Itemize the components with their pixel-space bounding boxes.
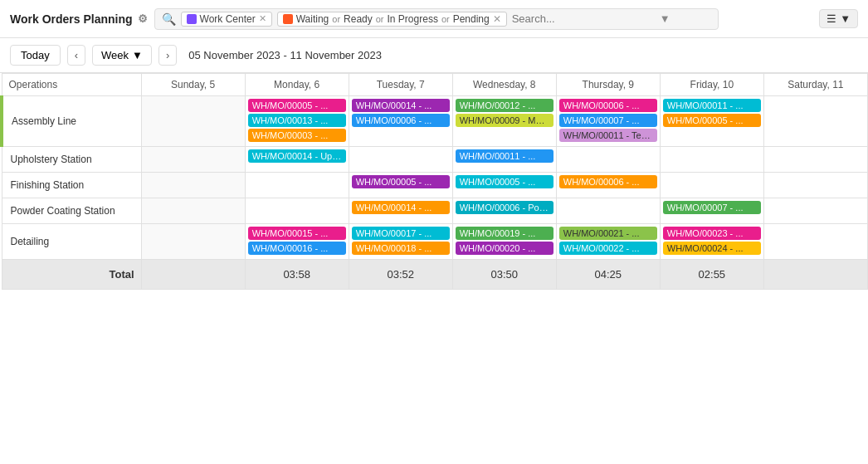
event-chip[interactable]: WH/MO/00022 - ... [559,242,657,255]
work-center-tag-icon [187,14,197,24]
filter-or-1: or [332,14,340,24]
day-cell [141,96,245,147]
event-chip[interactable]: WH/MO/00023 - ... [663,227,761,240]
event-chip[interactable]: WH/MO/00011 - ... [663,99,761,112]
filter-or-3: or [441,14,450,24]
table-row: Upholstery StationWH/MO/00014 - Upholste… [2,147,868,173]
event-chip[interactable]: WH/MO/00020 - ... [456,242,553,255]
col-header-monday: Monday, 6 [245,74,349,96]
row-label: Assembly Line [2,96,141,147]
event-chip[interactable]: WH/MO/00014 - ... [352,99,450,112]
total-cell: 03:50 [452,260,556,290]
event-chip[interactable]: WH/MO/00009 - Manual Assembly [456,114,553,127]
day-cell: WH/MO/00011 - ...WH/MO/00005 - ... [660,96,763,147]
day-cell: WH/MO/00005 - ... [349,173,452,198]
total-label: Total [2,260,141,290]
event-chip[interactable]: WH/MO/00021 - ... [559,227,657,240]
event-chip[interactable]: WH/MO/00015 - ... [248,227,346,240]
day-cell: WH/MO/00006 - ...WH/MO/00007 - ...WH/MO/… [556,96,660,147]
event-chip[interactable]: WH/MO/00006 - ... [559,175,657,188]
day-cell [763,198,867,224]
day-cell: WH/MO/00015 - ...WH/MO/00016 - ... [245,224,349,260]
week-dropdown-icon: ▼ [132,49,143,61]
row-label: Upholstery Station [2,147,141,173]
view-toggle-icon: ☰ [827,12,836,25]
table-row: DetailingWH/MO/00015 - ...WH/MO/00016 - … [2,224,868,260]
event-chip[interactable]: WH/MO/00012 - ... [456,99,553,112]
topbar-right: ☰ ▼ [819,9,858,28]
day-cell: WH/MO/00017 - ...WH/MO/00018 - ... [349,224,452,260]
work-center-tag[interactable]: Work Center ✕ [181,12,272,27]
col-header-saturday: Saturday, 11 [763,74,867,96]
work-center-tag-remove[interactable]: ✕ [259,13,266,24]
event-chip[interactable]: WH/MO/00005 - ... [352,175,450,188]
day-cell [763,147,867,173]
total-cell: 04:25 [556,260,660,290]
event-chip[interactable]: WH/MO/00017 - ... [352,227,450,240]
day-cell: WH/MO/00007 - ... [660,198,763,224]
day-cell [245,173,349,198]
grid-container: Operations Sunday, 5 Monday, 6 Tuesday, … [0,73,868,464]
event-chip[interactable]: WH/MO/00007 - ... [559,114,657,127]
row-label: Detailing [2,224,141,260]
schedule-table: Operations Sunday, 5 Monday, 6 Tuesday, … [0,73,868,290]
week-label: Week [101,49,129,61]
day-cell: WH/MO/00012 - ...WH/MO/00009 - Manual As… [452,96,556,147]
event-chip[interactable]: WH/MO/00011 - Testing [559,129,657,142]
view-toggle-button[interactable]: ☰ ▼ [819,9,858,28]
day-cell: WH/MO/00006 - Powder coat base [452,198,556,224]
day-cell: WH/MO/00005 - ... [452,173,556,198]
event-chip[interactable]: WH/MO/00006 - Powder coat base [456,201,553,214]
day-cell: WH/MO/00014 - ... [349,198,452,224]
day-cell [349,147,452,173]
work-center-tag-label: Work Center [200,13,256,25]
next-button[interactable]: › [158,45,177,66]
gear-icon[interactable]: ⚙ [138,12,148,25]
table-row: Assembly LineWH/MO/00005 - ...WH/MO/0001… [2,96,868,147]
filter-tag[interactable]: Waiting or Ready or In Progress or Pendi… [277,12,507,27]
day-cell: WH/MO/00019 - ...WH/MO/00020 - ... [452,224,556,260]
event-chip[interactable]: WH/MO/00014 - Upholster cushion [248,149,346,163]
table-row: Powder Coating StationWH/MO/00014 - ...W… [2,198,868,224]
col-header-wednesday: Wednesday, 8 [452,74,556,96]
search-bar: 🔍 Work Center ✕ Waiting or Ready or In P… [154,8,719,30]
today-button[interactable]: Today [10,45,61,66]
event-chip[interactable]: WH/MO/00003 - ... [248,129,346,142]
event-chip[interactable]: WH/MO/00016 - ... [248,242,346,255]
day-cell: WH/MO/00014 - ...WH/MO/00006 - ... [349,96,452,147]
event-chip[interactable]: WH/MO/00013 - ... [248,114,346,127]
search-icon: 🔍 [162,12,176,26]
filter-tag-remove[interactable]: ✕ [493,13,501,25]
event-chip[interactable]: WH/MO/00019 - ... [456,227,553,240]
prev-button[interactable]: ‹ [67,45,85,66]
total-row: Total03:5803:5203:5004:2502:55 [2,260,868,290]
event-chip[interactable]: WH/MO/00018 - ... [352,242,450,255]
event-chip[interactable]: WH/MO/00005 - ... [456,175,553,188]
event-chip[interactable]: WH/MO/00024 - ... [663,242,761,255]
event-chip[interactable]: WH/MO/00011 - ... [456,149,553,163]
day-cell [763,96,867,147]
row-label: Powder Coating Station [2,198,141,224]
day-cell: WH/MO/00011 - ... [452,147,556,173]
day-cell [141,147,245,173]
week-button[interactable]: Week ▼ [92,45,152,66]
event-chip[interactable]: WH/MO/00005 - ... [663,114,761,127]
col-header-thursday: Thursday, 9 [556,74,660,96]
search-dropdown-icon[interactable]: ▼ [660,12,671,25]
event-chip[interactable]: WH/MO/00014 - ... [352,201,450,214]
day-cell: WH/MO/00006 - ... [556,173,660,198]
search-input[interactable] [512,12,651,25]
day-cell [660,173,763,198]
event-chip[interactable]: WH/MO/00006 - ... [352,114,450,127]
filter-inprogress: In Progress [388,13,438,25]
event-chip[interactable]: WH/MO/00007 - ... [663,201,761,214]
total-cell: 03:58 [245,260,349,290]
table-row: Finishing StationWH/MO/00005 - ...WH/MO/… [2,173,868,198]
event-chip[interactable]: WH/MO/00005 - ... [248,99,346,112]
event-chip[interactable]: WH/MO/00006 - ... [559,99,657,112]
day-cell [141,173,245,198]
filter-waiting: Waiting [296,13,329,25]
total-cell [141,260,245,290]
day-cell [556,147,660,173]
day-cell [660,147,763,173]
